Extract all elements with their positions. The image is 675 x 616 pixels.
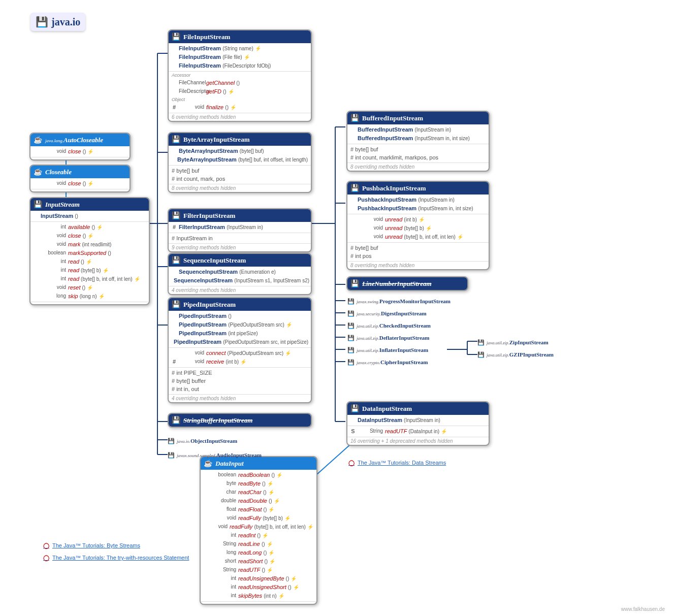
- package-title: java.io: [30, 13, 85, 31]
- credit: www.falkhausen.de: [621, 606, 665, 612]
- link-CipherInputStream[interactable]: javax.crypto.CipherInputStream: [347, 359, 428, 366]
- hdr: FilterInputStream: [169, 209, 311, 222]
- link-CheckedInputStream[interactable]: java.util.zip.CheckedInputStream: [347, 322, 431, 329]
- hdr: FileInputStream: [169, 30, 311, 43]
- box-closeable: Closeable voidclose () ⚡: [29, 165, 131, 192]
- box-bytearray: ByteArrayInputStream ByteArrayInputStrea…: [168, 132, 312, 193]
- oralink[interactable]: The Java™ Tutorials: Data Streams: [348, 460, 446, 466]
- hdr: SequenceInputStream: [169, 254, 311, 267]
- link-DeflaterInputStream[interactable]: java.util.zip.DeflaterInputStream: [347, 335, 430, 341]
- box-datainputstream: DataInputStream DataInputStream (InputSt…: [346, 401, 490, 446]
- link-GZIPInputStream[interactable]: java.util.zip.GZIPInputStream: [477, 351, 554, 358]
- box-buffered: BufferedInputStream BufferedInputStream …: [346, 111, 490, 172]
- oralink[interactable]: The Java™ Tutorials: Byte Streams: [43, 542, 140, 549]
- hdr: BufferedInputStream: [347, 112, 489, 124]
- hdr: PipedInputStream: [169, 298, 311, 311]
- box-fileinputstream: FileInputStream FileInputStream (String …: [168, 29, 312, 122]
- link-AudioInputStream[interactable]: javax.sound.sampled.AudioInputStream: [168, 452, 262, 459]
- box-pushback: PushbackInputStream PushbackInputStream …: [346, 181, 490, 270]
- link-DigestInputStream[interactable]: java.security.DigestInputStream: [347, 310, 427, 317]
- box-linenumber: LineNumberInputStream: [346, 276, 468, 291]
- oralink[interactable]: The Java™ Tutorials: The try-with-resour…: [43, 555, 189, 561]
- box-piped: PipedInputStream PipedInputStream () Pip…: [168, 297, 312, 403]
- box-datainput: DataInput booleanreadBoolean () ⚡byterea…: [200, 456, 317, 605]
- box-sequence: SequenceInputStream SequenceInputStream …: [168, 253, 312, 295]
- hdr: InputStream: [30, 198, 149, 211]
- hdr: LineNumberInputStream: [347, 277, 467, 290]
- hdr: DataInput: [201, 457, 316, 470]
- hdr: Closeable: [30, 166, 130, 178]
- link-ZipInputStream[interactable]: java.util.zip.ZipInputStream: [477, 339, 549, 346]
- box-filter: FilterInputStream #FilterInputStream (In…: [168, 208, 312, 252]
- hdr: java.lang.AutoCloseable: [30, 134, 130, 146]
- box-inputstream: InputStream InputStream () intavailable …: [29, 197, 150, 305]
- link-ProgressMonitorInputStream[interactable]: javax.swing.ProgressMonitorInputStream: [347, 298, 451, 305]
- hdr: DataInputStream: [347, 402, 489, 415]
- hdr: PushbackInputStream: [347, 182, 489, 194]
- link-ObjectInputStream[interactable]: java.io.ObjectInputStream: [168, 438, 237, 444]
- hdr: ByteArrayInputStream: [169, 133, 311, 146]
- box-autocloseable: java.lang.AutoCloseable voidclose () ⚡: [29, 133, 131, 160]
- hdr: StringBufferInputStream: [169, 414, 311, 427]
- box-stringbuffer: StringBufferInputStream: [168, 413, 312, 428]
- link-InflaterInputStream[interactable]: java.util.zip.InflaterInputStream: [347, 347, 428, 353]
